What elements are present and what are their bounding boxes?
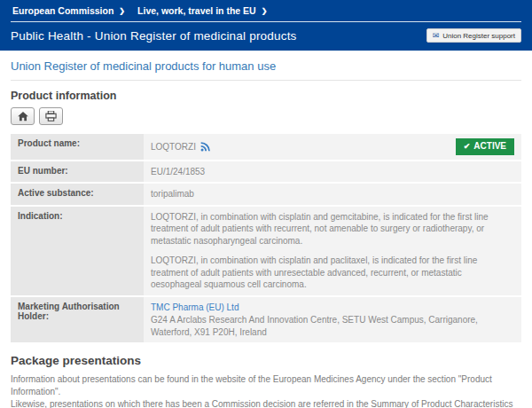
envelope-icon: ✉ — [433, 31, 440, 40]
table-row-mah: Marketing Authorisation Holder: TMC Phar… — [11, 297, 521, 343]
package-presentations-heading: Package presentations — [11, 354, 521, 367]
breadcrumb-label: European Commission — [12, 5, 113, 16]
breadcrumb-live-work-travel[interactable]: Live, work, travel in the EU ❯ — [137, 5, 267, 16]
package-text-line-1: Information about presentations can be f… — [11, 373, 521, 398]
top-banner: European Commission ❯ Live, work, travel… — [0, 0, 532, 51]
status-badge: ✔ ACTIVE — [456, 138, 514, 155]
register-heading[interactable]: Union Register of medicinal products for… — [11, 51, 521, 81]
print-button[interactable] — [39, 107, 63, 125]
mah-label: Marketing Authorisation Holder: — [11, 297, 144, 343]
mah-link[interactable]: TMC Pharma (EU) Ltd — [151, 302, 514, 314]
indication-label: Indication: — [11, 207, 144, 295]
chevron-right-icon: ❯ — [262, 7, 268, 15]
active-substance-value: toripalimab — [144, 184, 521, 205]
active-substance-label: Active substance: — [11, 184, 144, 205]
breadcrumb-european-commission[interactable]: European Commission ❯ — [12, 5, 125, 16]
indication-paragraph-1: LOQTORZI, in combination with cisplatin … — [151, 211, 514, 247]
home-button[interactable] — [11, 107, 35, 125]
table-row-product-name: Product name: LOQTORZI ✔ ACTIVE — [11, 134, 521, 160]
rss-icon[interactable] — [200, 142, 210, 152]
home-icon — [18, 112, 28, 122]
union-register-support-button[interactable]: ✉ Union Register support — [426, 28, 521, 43]
check-icon: ✔ — [464, 141, 471, 152]
mah-address: G24 A Arclabs Research And Innovation Ce… — [151, 314, 514, 338]
eu-number-value: EU/1/24/1853 — [144, 161, 521, 183]
product-info-table: Product name: LOQTORZI ✔ ACTIVE EU — [11, 134, 521, 342]
product-toolbar — [11, 107, 521, 125]
product-name-label: Product name: — [11, 134, 144, 160]
product-name-value: LOQTORZI — [151, 141, 196, 153]
breadcrumb-label: Live, work, travel in the EU — [137, 5, 256, 16]
table-row-active-substance: Active substance: toripalimab — [11, 184, 521, 205]
breadcrumb: European Commission ❯ Live, work, travel… — [0, 0, 532, 20]
product-information-heading: Product information — [11, 90, 521, 102]
table-row-eu-number: EU number: EU/1/24/1853 — [11, 161, 521, 183]
site-title: Public Health - Union Register of medici… — [11, 29, 297, 43]
chevron-right-icon: ❯ — [119, 7, 125, 15]
indication-paragraph-2: LOQTORZI, in combination with cisplatin … — [151, 255, 514, 291]
package-text-line-2: Likewise, presentations on which there h… — [11, 398, 521, 408]
table-row-indication: Indication: LOQTORZI, in combination wit… — [11, 207, 521, 295]
eu-number-label: EU number: — [11, 161, 144, 183]
support-button-label: Union Register support — [442, 32, 515, 40]
status-badge-label: ACTIVE — [473, 140, 506, 153]
printer-icon — [45, 111, 57, 122]
